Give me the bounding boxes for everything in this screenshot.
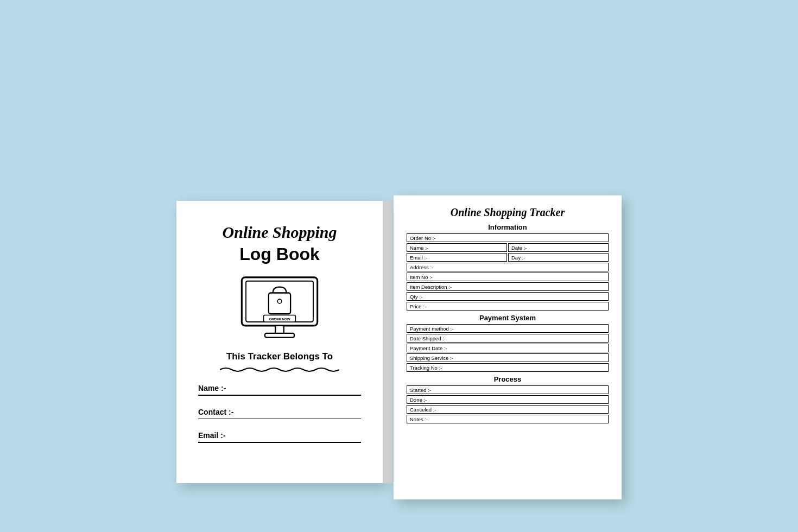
monitor-icon: ORDER NOW bbox=[236, 275, 323, 340]
notes-field: Notes :- bbox=[407, 415, 609, 423]
cover-email-field: Email :- bbox=[198, 431, 361, 443]
cover-book: Online Shopping Log Book ORDER NOW This … bbox=[176, 201, 383, 483]
name-date-row: Name :- Date :- bbox=[407, 243, 609, 252]
section-process: Process bbox=[407, 375, 609, 383]
payment-method-field: Payment method :- bbox=[407, 324, 609, 333]
shipping-service-field: Shipping Service :- bbox=[407, 353, 609, 362]
section-information: Information bbox=[407, 223, 609, 231]
day-field: Day :- bbox=[508, 253, 609, 262]
section-payment: Payment System bbox=[407, 314, 609, 322]
cover-contact-field: Contact :- bbox=[198, 408, 361, 420]
cover-subtitle: This Tracker Belongs To bbox=[226, 351, 333, 362]
canceled-field: Canceled :- bbox=[407, 405, 609, 414]
item-description-field: Item Description :- bbox=[407, 282, 609, 291]
svg-text:ORDER NOW: ORDER NOW bbox=[269, 317, 290, 321]
cover-title-script: Online Shopping bbox=[223, 223, 337, 242]
cover-fields: Name :- Contact :- Email :- bbox=[198, 384, 361, 455]
date-shipped-field: Date Shipped :- bbox=[407, 334, 609, 343]
tracking-no-field: Tracking No :- bbox=[407, 363, 609, 372]
cover-title-bold: Log Book bbox=[239, 244, 320, 264]
tracker-title: Online Shopping Tracker bbox=[407, 206, 609, 219]
price-field: Price :- bbox=[407, 302, 609, 311]
qty-field: Qty :- bbox=[407, 292, 609, 301]
svg-rect-3 bbox=[265, 333, 294, 338]
cover-email-line bbox=[198, 442, 361, 443]
cover-name-line bbox=[198, 395, 361, 396]
cover-name-field: Name :- bbox=[198, 384, 361, 396]
wavy-decoration bbox=[220, 366, 339, 373]
svg-point-5 bbox=[277, 299, 282, 303]
name-field: Name :- bbox=[407, 243, 507, 252]
payment-date-field: Payment Date :- bbox=[407, 344, 609, 352]
tracker-book: Online Shopping Tracker Information Orde… bbox=[394, 195, 622, 499]
cover-contact-label: Contact :- bbox=[198, 408, 361, 416]
date-field: Date :- bbox=[508, 243, 609, 252]
started-field: Started :- bbox=[407, 385, 609, 394]
address-field: Address :- bbox=[407, 263, 609, 271]
cover-contact-line bbox=[198, 419, 361, 420]
scene: Online Shopping Log Book ORDER NOW This … bbox=[0, 0, 798, 532]
item-no-field: Item No :- bbox=[407, 273, 609, 281]
cover-name-label: Name :- bbox=[198, 384, 361, 392]
order-no-field: Order No :- bbox=[407, 233, 609, 242]
done-field: Done :- bbox=[407, 395, 609, 404]
cover-email-label: Email :- bbox=[198, 431, 361, 440]
email-day-row: Email :- Day :- bbox=[407, 253, 609, 262]
email-field: Email :- bbox=[407, 253, 507, 262]
